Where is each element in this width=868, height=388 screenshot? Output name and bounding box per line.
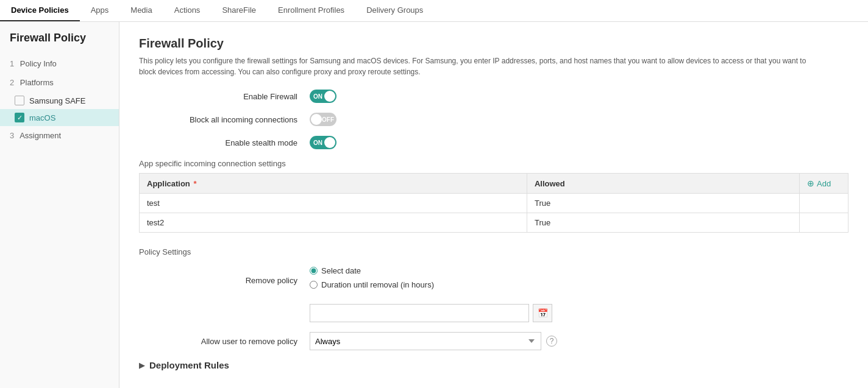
- allow-user-remove-label: Allow user to remove policy: [139, 337, 310, 346]
- nav-delivery-groups[interactable]: Delivery Groups: [355, 0, 434, 21]
- sidebar: Firewall Policy 1 Policy Info 2 Platform…: [0, 22, 119, 388]
- calendar-icon: 📅: [538, 308, 548, 318]
- block-incoming-toggle[interactable]: OFF: [310, 113, 336, 126]
- main-layout: Firewall Policy 1 Policy Info 2 Platform…: [0, 22, 868, 388]
- sidebar-label-platforms: Platforms: [20, 78, 54, 87]
- nav-sharefile[interactable]: ShareFile: [211, 0, 267, 21]
- samsung-checkbox-unchecked: [15, 96, 24, 105]
- app-table: Application * Allowed ⊕ Add test True: [139, 173, 848, 233]
- app-name-cell-2: test2: [140, 213, 527, 233]
- radio-duration-input[interactable]: [310, 281, 318, 289]
- enable-firewall-toggle[interactable]: ON: [310, 90, 336, 103]
- macos-label: macOS: [29, 113, 55, 122]
- sidebar-item-platforms[interactable]: 2 Platforms: [0, 73, 119, 92]
- radio-select-date-label: Select date: [321, 266, 361, 275]
- radio-duration-label: Duration until removal (in hours): [321, 280, 434, 289]
- radio-select-date: Select date: [310, 266, 434, 275]
- nav-device-policies[interactable]: Device Policies: [0, 0, 80, 21]
- enable-stealth-label: Enable stealth mode: [139, 138, 310, 147]
- enable-firewall-row: Enable Firewall ON: [139, 90, 848, 103]
- help-icon[interactable]: ?: [546, 336, 557, 347]
- date-input-row: 📅: [310, 304, 848, 322]
- block-incoming-label: Block all incoming connections: [139, 115, 310, 124]
- action-cell-1: [800, 194, 848, 213]
- sidebar-title: Firewall Policy: [0, 32, 119, 54]
- col-add: ⊕ Add: [800, 174, 848, 194]
- required-marker: *: [193, 179, 196, 188]
- stealth-toggle-on-text: ON: [313, 139, 322, 146]
- add-icon: ⊕: [807, 178, 814, 188]
- sidebar-label-assignment: Assignment: [20, 131, 61, 140]
- allowed-cell-2: True: [527, 213, 799, 233]
- radio-select-date-input[interactable]: [310, 267, 318, 275]
- toggle-knob-off: [311, 114, 322, 125]
- sidebar-platform-macos[interactable]: ✓ macOS: [0, 109, 119, 126]
- calendar-button[interactable]: 📅: [533, 304, 552, 322]
- deployment-rules-section: ▶ Deployment Rules: [139, 360, 848, 370]
- allowed-cell-1: True: [527, 194, 799, 213]
- nav-apps[interactable]: Apps: [80, 0, 120, 21]
- sidebar-label-policy-info: Policy Info: [20, 59, 57, 68]
- enable-stealth-toggle[interactable]: ON: [310, 136, 336, 149]
- step-num-2: 2: [10, 78, 14, 87]
- col-application: Application *: [140, 174, 527, 194]
- page-description: This policy lets you configure the firew…: [139, 55, 809, 77]
- sidebar-item-assignment[interactable]: 3 Assignment: [0, 126, 119, 145]
- policy-settings-title: Policy Settings: [139, 247, 848, 256]
- page-title: Firewall Policy: [139, 37, 848, 51]
- deployment-rules-header[interactable]: ▶ Deployment Rules: [139, 360, 848, 370]
- macos-checkbox-checked: ✓: [15, 113, 24, 122]
- block-incoming-row: Block all incoming connections OFF: [139, 113, 848, 126]
- add-button[interactable]: ⊕ Add: [807, 178, 831, 188]
- remove-policy-row: Remove policy Select date Duration until…: [139, 266, 848, 294]
- content-area: Firewall Policy This policy lets you con…: [119, 22, 868, 388]
- radio-duration: Duration until removal (in hours): [310, 280, 434, 289]
- remove-policy-options: Select date Duration until removal (in h…: [310, 266, 434, 294]
- sidebar-platform-samsung[interactable]: Samsung SAFE: [0, 92, 119, 109]
- samsung-label: Samsung SAFE: [29, 96, 86, 105]
- chevron-right-icon: ▶: [139, 361, 144, 370]
- toggle-off-text: OFF: [322, 116, 334, 123]
- sidebar-item-policy-info[interactable]: 1 Policy Info: [0, 54, 119, 73]
- app-name-cell-1: test: [140, 194, 527, 213]
- date-input[interactable]: [310, 304, 529, 322]
- table-row: test2 True: [140, 213, 848, 233]
- enable-stealth-row: Enable stealth mode ON: [139, 136, 848, 149]
- step-num-3: 3: [10, 131, 14, 140]
- enable-firewall-label: Enable Firewall: [139, 92, 310, 101]
- deployment-rules-label: Deployment Rules: [149, 360, 229, 370]
- app-specific-section-title: App specific incoming connection setting…: [139, 159, 848, 168]
- remove-policy-label: Remove policy: [139, 276, 310, 285]
- step-num-1: 1: [10, 59, 14, 68]
- allow-user-remove-select[interactable]: Always Never Passcode required: [310, 332, 541, 350]
- top-navigation: Device Policies Apps Media Actions Share…: [0, 0, 868, 22]
- table-row: test True: [140, 194, 848, 213]
- col-allowed: Allowed: [527, 174, 799, 194]
- nav-enrollment-profiles[interactable]: Enrollment Profiles: [267, 0, 355, 21]
- toggle-knob: [324, 91, 335, 102]
- nav-actions[interactable]: Actions: [163, 0, 212, 21]
- allow-user-remove-row: Allow user to remove policy Always Never…: [139, 332, 848, 350]
- toggle-on-text: ON: [313, 93, 322, 100]
- action-cell-2: [800, 213, 848, 233]
- stealth-toggle-knob: [324, 137, 335, 148]
- nav-media[interactable]: Media: [119, 0, 163, 21]
